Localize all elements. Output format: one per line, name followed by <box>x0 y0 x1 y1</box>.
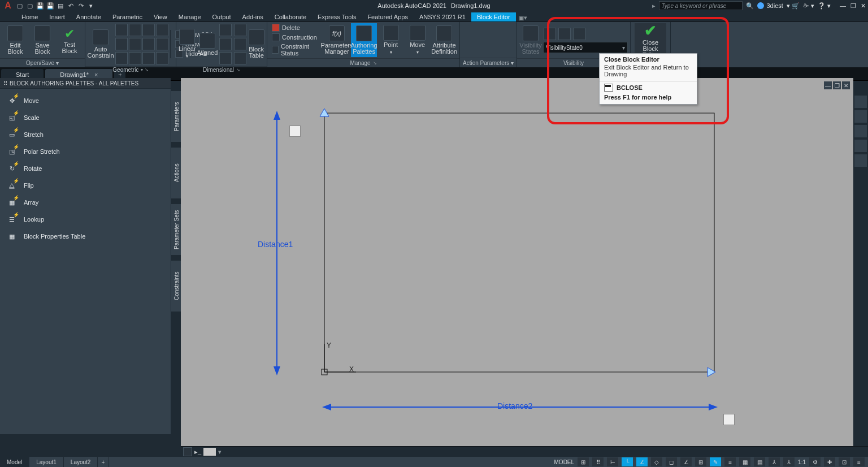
nav-pan-icon[interactable] <box>854 110 867 123</box>
palette-item-move[interactable]: ✥⚡Move <box>0 92 171 109</box>
authoring-palettes-button[interactable]: Authoring Palettes <box>351 23 377 57</box>
status-annotation-scale-icon[interactable]: ⅄ <box>783 457 795 466</box>
layout-tab-model[interactable]: Model <box>0 457 29 467</box>
auto-constrain-button[interactable]: Auto Constrain <box>88 27 114 61</box>
layout-tab-layout2[interactable]: Layout2 <box>64 457 98 467</box>
dim-btn-4[interactable] <box>234 24 246 36</box>
dim-btn-6[interactable] <box>234 52 246 64</box>
tab-annotate[interactable]: Annotate <box>71 12 107 21</box>
search-arrow-icon[interactable]: ▸ <box>652 2 656 10</box>
geo-btn-12[interactable] <box>156 52 168 64</box>
keyword-search-input[interactable]: Type a keyword or phrase <box>659 1 743 10</box>
search-icon[interactable]: 🔍 <box>746 2 754 10</box>
layout-tab-add[interactable]: + <box>98 457 108 467</box>
palette-item-stretch[interactable]: ▭⚡Stretch <box>0 126 171 143</box>
block-table-button[interactable]: Block Table <box>248 27 264 61</box>
status-ortho-icon[interactable]: └ <box>622 457 633 466</box>
saveas-icon[interactable]: 💾 <box>46 2 54 10</box>
palette-item-block-properties-table[interactable]: ▦Block Properties Table <box>0 228 171 245</box>
geo-btn-3[interactable] <box>142 24 155 36</box>
cmd-input[interactable] <box>203 448 216 456</box>
panel-label-open-save[interactable]: Open/Save ▾ <box>0 58 85 67</box>
open-icon[interactable]: ▢ <box>26 2 34 10</box>
layout-tab-layout1[interactable]: Layout1 <box>29 457 64 467</box>
palette-item-array[interactable]: ▦⚡Array <box>0 194 171 211</box>
sidetab-constraints[interactable]: Constraints <box>171 260 182 312</box>
status-monitor-icon[interactable]: ✚ <box>824 457 835 466</box>
tab-addins[interactable]: Add-ins <box>237 12 269 21</box>
palette-item-polar-stretch[interactable]: ◳⚡Polar Stretch <box>0 143 171 160</box>
status-3dosnap-icon[interactable]: ∠ <box>680 457 692 466</box>
status-dynamic-input-icon[interactable]: ✎ <box>710 457 721 466</box>
status-units-icon[interactable]: ⊡ <box>839 457 850 466</box>
status-model[interactable]: MODEL <box>554 459 575 465</box>
panel-label-action-parameters[interactable]: Action Parameters ▾ <box>460 58 517 67</box>
qat-dropdown-icon[interactable]: ▾ <box>87 2 95 10</box>
menu-overflow-icon[interactable]: ▣▾ <box>518 14 527 21</box>
status-infer-icon[interactable]: ⊢ <box>607 457 618 466</box>
delete-button[interactable]: Delete <box>270 23 323 32</box>
geo-btn-6[interactable] <box>129 38 141 50</box>
status-cycling-icon[interactable]: ▤ <box>754 457 765 466</box>
palette-item-scale[interactable]: ◱⚡Scale <box>0 109 171 126</box>
status-osnap-icon[interactable]: ◻ <box>666 457 677 466</box>
geo-btn-8[interactable] <box>156 38 168 50</box>
close-window-icon[interactable]: ✕ <box>861 2 866 10</box>
restore-icon[interactable]: ❐ <box>850 2 856 10</box>
tab-home[interactable]: Home <box>16 12 44 21</box>
panel-label-geometric[interactable]: Geometric▾ ↘ <box>85 66 176 73</box>
palette-item-flip[interactable]: ⧋⚡Flip <box>0 177 171 194</box>
minimize-icon[interactable]: — <box>840 2 846 10</box>
app-logo-icon[interactable]: A <box>2 0 14 11</box>
palette-item-lookup[interactable]: ☰⚡Lookup <box>0 211 171 228</box>
aligned-button[interactable]: Aligned <box>197 27 218 61</box>
status-customize-icon[interactable]: ≡ <box>853 457 865 466</box>
tab-manage[interactable]: Manage <box>173 12 207 21</box>
cmd-dropdown-icon[interactable]: ▾ <box>218 448 222 456</box>
palette-item-rotate[interactable]: ↻⚡Rotate <box>0 160 171 177</box>
tab-parametric[interactable]: Parametric <box>107 12 148 21</box>
user-account[interactable]: 3diest <box>757 2 783 9</box>
save-icon[interactable]: 💾 <box>36 2 44 10</box>
undo-icon[interactable]: ↶ <box>67 2 75 10</box>
tab-ansys[interactable]: ANSYS 2021 R1 <box>414 12 471 21</box>
help-icon[interactable]: ❔ ▾ <box>818 2 831 10</box>
tab-featured-apps[interactable]: Featured Apps <box>362 12 414 21</box>
close-block-editor-button[interactable]: ✔ Close Block Editor <box>635 23 666 57</box>
cmd-close-icon[interactable] <box>183 447 192 456</box>
tab-express-tools[interactable]: Express Tools <box>312 12 362 21</box>
sidetab-actions[interactable]: Actions <box>171 147 182 199</box>
redo-icon[interactable]: ↷ <box>77 2 85 10</box>
status-otrack-icon[interactable]: ⊞ <box>695 457 706 466</box>
dim-btn-3[interactable] <box>219 52 232 64</box>
status-scale[interactable]: 1:1 <box>798 459 806 465</box>
plot-icon[interactable]: ▤ <box>57 2 64 10</box>
block-marker-icon[interactable] <box>723 414 735 425</box>
geo-btn-2[interactable] <box>129 24 141 36</box>
sidetab-parameter-sets[interactable]: Parameter Sets <box>171 204 182 256</box>
status-transparency-icon[interactable]: ▦ <box>739 457 750 466</box>
move-button[interactable]: Move▾ <box>405 23 430 57</box>
geo-btn-9[interactable] <box>115 52 128 64</box>
status-workspace-icon[interactable]: ⚙ <box>809 457 821 466</box>
geo-btn-7[interactable] <box>142 38 155 50</box>
geo-btn-11[interactable] <box>142 52 155 64</box>
geo-btn-10[interactable] <box>129 52 141 64</box>
status-polar-icon[interactable]: ∠ <box>636 457 648 466</box>
test-block-button[interactable]: ✔Test Block <box>57 23 83 57</box>
dim-btn-2[interactable] <box>219 38 232 50</box>
tab-collaborate[interactable]: Collaborate <box>269 12 312 21</box>
tab-insert[interactable]: Insert <box>44 12 71 21</box>
block-ref-icon[interactable] <box>289 126 301 137</box>
attribute-definition-button[interactable]: Attribute Definition <box>431 23 457 57</box>
app-switcher-icon[interactable]: 🙚 ▾ <box>803 2 814 10</box>
point-button[interactable]: Point▾ <box>378 23 403 57</box>
nav-wheel-icon[interactable] <box>854 95 867 109</box>
cart-icon[interactable]: ▾ 🛒 <box>787 2 800 10</box>
status-snap-icon[interactable]: ⠿ <box>592 457 604 466</box>
status-iso-icon[interactable]: ◇ <box>651 457 662 466</box>
status-lineweight-icon[interactable]: ≡ <box>724 457 736 466</box>
status-annotation-icon[interactable]: ⅄ <box>769 457 780 466</box>
save-block-button[interactable]: Save Block <box>29 23 55 57</box>
sidetab-parameters[interactable]: Parameters <box>171 90 182 142</box>
